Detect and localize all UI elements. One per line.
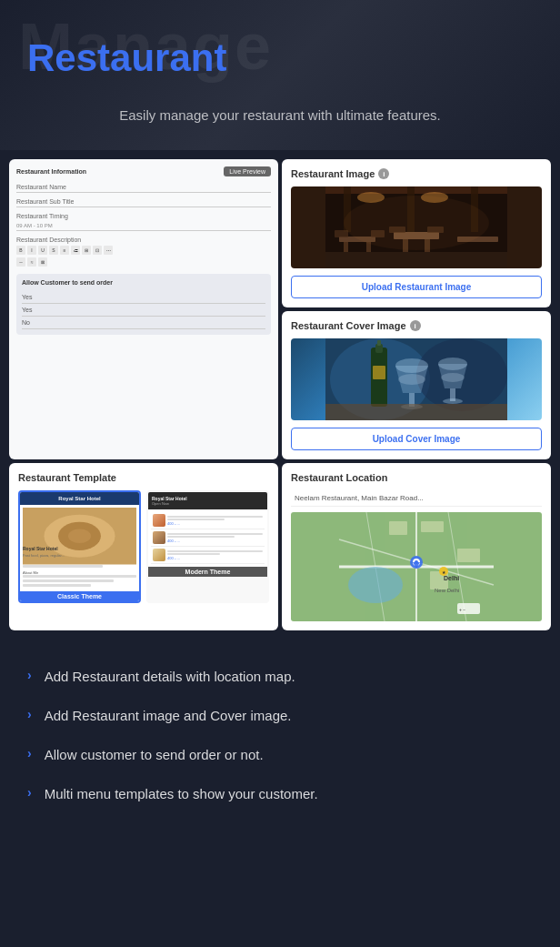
feature-item-1: › Add Restaurant details with location m… bbox=[27, 667, 533, 686]
restaurant-info-card: Restaurant Information Live Preview Rest… bbox=[9, 159, 278, 459]
field-description: Restaurant Description B I U S ≡ ≔ ⊞ ⊡ ⋯… bbox=[16, 237, 271, 267]
toolbar-ol[interactable]: ≔ bbox=[71, 246, 80, 255]
feature-cards-grid: Restaurant Information Live Preview Rest… bbox=[0, 150, 560, 640]
toolbar-img[interactable]: ⊡ bbox=[93, 246, 102, 255]
classic-theme-header: Royal Star Hotel bbox=[20, 492, 139, 505]
cover-image-card: Restaurant Cover Image i bbox=[282, 311, 551, 459]
field-label: Restaurant Timing bbox=[16, 213, 271, 219]
field-line bbox=[16, 192, 271, 193]
toolbar-italic[interactable]: I bbox=[27, 246, 36, 255]
map-placeholder: Delhi New Delhi + − ★ bbox=[291, 512, 542, 621]
chevron-icon-4: › bbox=[27, 785, 32, 800]
wine-svg bbox=[291, 338, 542, 420]
svg-rect-52 bbox=[457, 549, 480, 562]
field-timing: Restaurant Timing 09 AM - 10 PM bbox=[16, 213, 271, 231]
template-line-3 bbox=[23, 575, 136, 578]
svg-rect-26 bbox=[373, 366, 385, 379]
classic-food-image bbox=[23, 508, 136, 544]
modern-theme-header: Royal Star Hotel Open Now bbox=[148, 492, 267, 509]
modern-item-image-2 bbox=[153, 531, 165, 544]
toolbar-more1[interactable]: ⋯ bbox=[104, 246, 113, 255]
info-icon-cover: i bbox=[410, 320, 421, 331]
field-line bbox=[16, 230, 271, 231]
modern-item-text-2: 400 – ... bbox=[167, 533, 263, 543]
toolbar-extra3[interactable]: ⊠ bbox=[38, 257, 47, 267]
svg-point-36 bbox=[441, 373, 465, 382]
header-subtitle: Easily manage your restaurant with ultim… bbox=[27, 107, 533, 123]
classic-theme-label[interactable]: Classic Theme bbox=[20, 591, 139, 601]
chevron-icon-1: › bbox=[27, 668, 32, 682]
order-option-2[interactable]: Yes bbox=[22, 304, 265, 317]
order-option-3[interactable]: No bbox=[22, 317, 265, 329]
location-address: Neelam Restaurant, Main Bazar Road... bbox=[291, 490, 542, 507]
svg-text:+ −: + − bbox=[459, 607, 465, 612]
toolbar-row-2: ─ ≈ ⊠ bbox=[16, 257, 271, 267]
toolbar-extra2[interactable]: ≈ bbox=[27, 257, 36, 267]
cover-image-title: Restaurant Cover Image i bbox=[291, 320, 542, 331]
location-card-title: Restaurant Location bbox=[291, 472, 542, 483]
modern-item-image-3 bbox=[153, 549, 165, 561]
modern-theme-body: 400 – ... 400 – ... bbox=[148, 509, 267, 567]
template-card-title: Restaurant Template bbox=[18, 472, 269, 483]
map-svg: Delhi New Delhi + − ★ bbox=[291, 512, 542, 621]
svg-rect-14 bbox=[335, 230, 348, 237]
field-label: Restaurant Name bbox=[16, 184, 271, 190]
feature-text-3: Allow customer to send order or not. bbox=[45, 745, 264, 764]
modern-hotel-sub: Open Now bbox=[152, 501, 264, 506]
svg-text:Delhi: Delhi bbox=[444, 575, 459, 581]
template-line-5 bbox=[23, 584, 91, 587]
header-section: Manage Restaurant Easily manage your res… bbox=[0, 0, 560, 150]
modern-theme-label[interactable]: Modern Theme bbox=[148, 567, 267, 577]
customer-order-section: Allow Customer to send order Yes Yes No bbox=[16, 274, 271, 335]
upload-restaurant-image-button[interactable]: Upload Restaurant Image bbox=[291, 276, 542, 298]
modern-theme-item[interactable]: Royal Star Hotel Open Now 400 – ... bbox=[146, 490, 269, 603]
svg-point-19 bbox=[344, 196, 489, 250]
toolbar-ul[interactable]: ≡ bbox=[60, 246, 69, 255]
template-line-2 bbox=[23, 565, 103, 568]
svg-rect-18 bbox=[325, 252, 507, 268]
info-panel: Restaurant Information Live Preview Rest… bbox=[16, 166, 271, 267]
feature-text-1: Add Restaurant details with location map… bbox=[45, 667, 295, 686]
modern-item-image-1 bbox=[153, 514, 165, 527]
svg-point-48 bbox=[348, 567, 403, 603]
svg-point-34 bbox=[443, 398, 463, 404]
chevron-icon-3: › bbox=[27, 746, 32, 761]
svg-text:New Delhi: New Delhi bbox=[435, 588, 459, 593]
field-line bbox=[16, 207, 271, 207]
feature-item-2: › Add Restaurant image and Cover image. bbox=[27, 706, 533, 725]
field-label: Restaurant Sub Title bbox=[16, 198, 271, 205]
features-list: › Add Restaurant details with location m… bbox=[0, 640, 560, 851]
interior-svg bbox=[291, 186, 542, 268]
page-title: Restaurant bbox=[27, 36, 533, 80]
field-restaurant-name: Restaurant Name bbox=[16, 184, 271, 193]
live-preview-button[interactable]: Live Preview bbox=[224, 166, 271, 176]
feature-item-4: › Multi menu templates to show your cust… bbox=[27, 784, 533, 803]
field-sub-title: Restaurant Sub Title bbox=[16, 198, 271, 207]
modern-item-text-1: 400 – ... bbox=[167, 516, 263, 526]
classic-theme-item[interactable]: Royal Star Hotel Royal Star Hotel Fast f… bbox=[18, 490, 141, 603]
restaurant-interior-image bbox=[291, 186, 542, 268]
feature-text-4: Multi menu templates to show your custom… bbox=[45, 784, 318, 803]
modern-item-3: 400 – ... bbox=[151, 547, 265, 564]
feature-item-3: › Allow customer to send order or not. bbox=[27, 745, 533, 764]
toolbar-bold[interactable]: B bbox=[16, 246, 25, 255]
svg-rect-37 bbox=[325, 404, 507, 420]
toolbar-row: B I U S ≡ ≔ ⊞ ⊡ ⋯ bbox=[16, 246, 271, 255]
svg-rect-49 bbox=[389, 521, 407, 535]
modern-item-1: 400 – ... bbox=[151, 512, 265, 529]
svg-point-35 bbox=[398, 374, 425, 385]
toolbar-underline[interactable]: U bbox=[38, 246, 47, 255]
svg-point-41 bbox=[68, 529, 91, 543]
toolbar-link[interactable]: ⊞ bbox=[82, 246, 91, 255]
order-section-title: Allow Customer to send order bbox=[22, 279, 265, 286]
feature-text-2: Add Restaurant image and Cover image. bbox=[45, 706, 292, 725]
cover-image-placeholder bbox=[291, 338, 542, 420]
svg-rect-8 bbox=[344, 242, 348, 253]
toolbar-strikethrough[interactable]: S bbox=[49, 246, 58, 255]
restaurant-image-card: Restaurant Image i bbox=[282, 159, 551, 307]
order-option-1[interactable]: Yes bbox=[22, 291, 265, 304]
upload-cover-image-button[interactable]: Upload Cover Image bbox=[291, 428, 542, 450]
toolbar-extra1[interactable]: ─ bbox=[16, 257, 25, 267]
right-column: Restaurant Image i bbox=[282, 159, 551, 459]
svg-rect-25 bbox=[377, 340, 381, 346]
